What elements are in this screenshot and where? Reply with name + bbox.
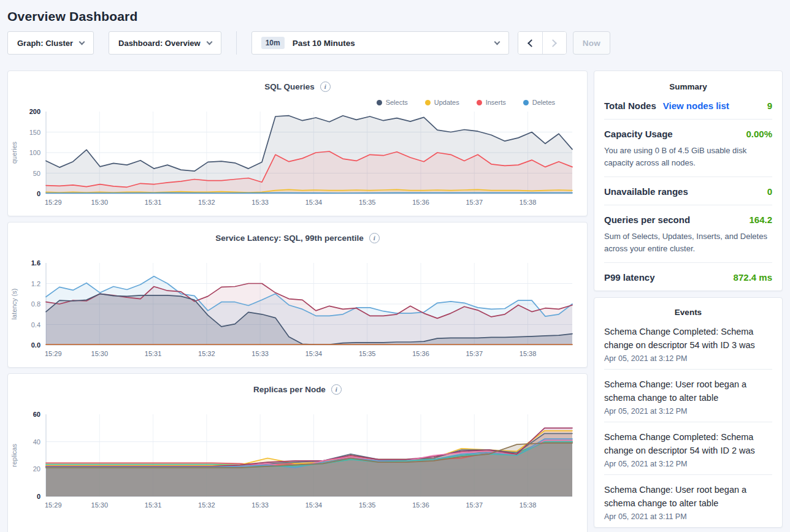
service-latency-panel: Service Latency: SQL, 99th percentile i …: [7, 222, 588, 368]
svg-text:15:31: 15:31: [145, 501, 162, 509]
legend-dot-icon: [477, 100, 482, 105]
summary-row-queries-per-second: Queries per second 164.2 Sum of Selects,…: [604, 205, 772, 263]
svg-text:15:37: 15:37: [466, 501, 483, 509]
replicas-per-node-chart[interactable]: 15:2915:3015:3115:3215:3315:3415:3515:36…: [17, 408, 578, 512]
svg-text:15:38: 15:38: [520, 199, 537, 206]
main-content: SQL Queries i SelectsUpdatesInsertsDelet…: [7, 70, 783, 532]
summary-label: P99 latency: [604, 272, 655, 283]
svg-text:15:38: 15:38: [520, 350, 537, 357]
summary-label: Unavailable ranges: [604, 186, 688, 197]
svg-text:15:33: 15:33: [251, 501, 269, 509]
summary-label: Queries per second: [604, 215, 690, 225]
time-range-pager: [518, 31, 567, 55]
chart-title-row: SQL Queries i: [8, 71, 587, 92]
chart-title-row: Replicas per Node i: [8, 374, 587, 395]
chevron-down-icon: [206, 39, 212, 45]
summary-label: Capacity Usage: [604, 129, 673, 139]
svg-text:20: 20: [33, 465, 40, 473]
summary-value: 0: [767, 186, 772, 197]
svg-text:100: 100: [29, 149, 40, 156]
chevron-down-icon: [79, 39, 85, 45]
event-timestamp: Apr 05, 2021 at 3:12 PM: [604, 407, 772, 416]
time-range-label: Past 10 Minutes: [293, 39, 355, 48]
time-range-badge: 10m: [261, 37, 285, 49]
svg-text:15:36: 15:36: [412, 350, 429, 357]
sql-queries-chart-title: SQL Queries: [264, 82, 315, 91]
now-button[interactable]: Now: [573, 31, 610, 55]
dashboard-dropdown[interactable]: Dashboard: Overview: [109, 31, 221, 55]
sidebar-column: Summary Total Nodes View nodes list 9 Ca…: [594, 70, 783, 528]
svg-text:15:35: 15:35: [359, 350, 376, 357]
svg-text:60: 60: [33, 411, 40, 418]
legend-dot-icon: [523, 100, 529, 105]
chart-title-row: Service Latency: SQL, 99th percentile i: [8, 222, 587, 243]
svg-text:15:37: 15:37: [466, 199, 483, 206]
replicas-per-node-panel: Replicas per Node i replicas 15:2915:301…: [7, 373, 588, 532]
info-icon[interactable]: i: [320, 82, 331, 92]
svg-text:15:34: 15:34: [305, 501, 323, 509]
events-panel: Events Schema Change Completed: Schema c…: [594, 297, 783, 528]
event-item: Schema Change Completed: Schema change o…: [604, 422, 772, 475]
summary-title: Summary: [604, 82, 772, 91]
svg-text:200: 200: [29, 108, 40, 115]
sql-queries-chart[interactable]: 15:2915:3015:3115:3215:3315:3415:3515:36…: [17, 105, 578, 210]
svg-text:0: 0: [37, 493, 40, 500]
summary-value: 0.00%: [746, 129, 772, 139]
svg-text:15:34: 15:34: [305, 199, 323, 206]
next-range-button[interactable]: [542, 32, 566, 54]
page-header: Overview Dashboard: [0, 0, 790, 24]
event-timestamp: Apr 05, 2021 at 3:11 PM: [604, 512, 772, 521]
time-range-selector[interactable]: 10m Past 10 Minutes: [251, 31, 509, 55]
svg-text:15:32: 15:32: [198, 350, 215, 357]
summary-label: Total Nodes: [604, 101, 656, 111]
event-timestamp: Apr 05, 2021 at 3:12 PM: [604, 460, 772, 468]
event-message: Schema Change: User root began a schema …: [604, 483, 772, 511]
legend-dot-icon: [425, 100, 431, 105]
events-title: Events: [604, 308, 772, 317]
event-item: Schema Change: User root began a schema …: [604, 370, 772, 422]
graph-scope-label: Graph: Cluster: [17, 39, 73, 48]
summary-row-unavailable-ranges: Unavailable ranges 0: [604, 177, 772, 205]
summary-caption: Sum of Selects, Updates, Inserts, and De…: [604, 230, 772, 254]
summary-value: 9: [767, 101, 772, 111]
svg-text:15:29: 15:29: [45, 350, 62, 357]
svg-text:15:30: 15:30: [91, 350, 109, 357]
replicas-chart-title: Replicas per Node: [253, 385, 326, 394]
summary-row-total-nodes: Total Nodes View nodes list 9: [604, 91, 772, 120]
previous-range-button[interactable]: [518, 32, 542, 54]
svg-text:0: 0: [37, 190, 40, 197]
event-item: Schema Change Completed: Schema change o…: [604, 317, 772, 370]
svg-text:0.8: 0.8: [31, 300, 40, 308]
summary-value: 872.4 ms: [734, 272, 772, 283]
svg-text:15:30: 15:30: [91, 501, 109, 509]
svg-text:15:32: 15:32: [198, 501, 215, 509]
svg-text:50: 50: [33, 170, 40, 177]
svg-text:15:29: 15:29: [45, 199, 62, 206]
info-icon[interactable]: i: [369, 233, 380, 243]
svg-text:15:38: 15:38: [520, 501, 537, 509]
svg-text:15:32: 15:32: [198, 199, 215, 206]
event-timestamp: Apr 05, 2021 at 3:12 PM: [604, 354, 772, 363]
graph-scope-dropdown[interactable]: Graph: Cluster: [7, 31, 94, 55]
svg-text:15:29: 15:29: [45, 501, 62, 509]
legend-dot-icon: [377, 100, 382, 105]
view-nodes-list-link[interactable]: View nodes list: [663, 101, 729, 111]
service-latency-chart[interactable]: 15:2915:3015:3115:3215:3315:3415:3515:36…: [17, 257, 578, 361]
summary-value: 164.2: [749, 215, 772, 225]
svg-text:0.0: 0.0: [31, 341, 40, 349]
svg-text:15:31: 15:31: [145, 350, 162, 357]
event-message: Schema Change Completed: Schema change o…: [604, 430, 772, 458]
toolbar: Graph: Cluster Dashboard: Overview 10m P…: [7, 31, 783, 55]
svg-text:15:34: 15:34: [305, 350, 323, 357]
info-icon[interactable]: i: [331, 384, 342, 395]
chevron-down-icon: [494, 39, 500, 45]
summary-row-p99-latency: P99 latency 872.4 ms: [604, 263, 772, 291]
summary-caption: You are using 0 B of 4.5 GiB usable disk…: [604, 145, 772, 169]
svg-text:15:36: 15:36: [412, 501, 429, 509]
chevron-right-icon: [549, 39, 557, 47]
svg-text:15:33: 15:33: [251, 199, 269, 206]
charts-column: SQL Queries i SelectsUpdatesInsertsDelet…: [7, 70, 588, 532]
event-message: Schema Change: User root began a schema …: [604, 378, 772, 405]
event-message: Schema Change Completed: Schema change o…: [604, 325, 772, 352]
svg-text:15:36: 15:36: [412, 199, 429, 206]
